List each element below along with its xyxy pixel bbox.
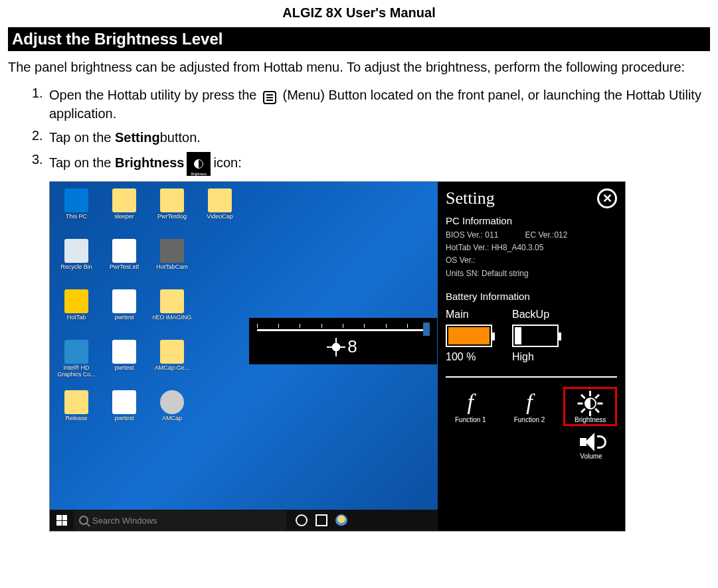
ec-version: EC Ver.:012 bbox=[525, 229, 567, 242]
search-input[interactable]: Search Windows bbox=[74, 510, 286, 530]
start-button[interactable] bbox=[50, 510, 74, 531]
taskview-icon[interactable] bbox=[315, 514, 327, 526]
desktop-icon[interactable]: Intel® HD Graphics Co... bbox=[54, 337, 99, 388]
panel-title: Setting bbox=[446, 188, 495, 208]
close-button[interactable]: ✕ bbox=[597, 188, 617, 208]
menu-button-icon bbox=[263, 91, 276, 104]
brightness-icon bbox=[579, 392, 602, 415]
app-icon bbox=[112, 289, 136, 313]
desktop-icon[interactable]: HotTab bbox=[54, 287, 99, 337]
units-sn: Units SN: Default string bbox=[446, 267, 617, 280]
desktop-icon-label: pwrtest bbox=[114, 415, 134, 422]
app-icon bbox=[64, 289, 88, 313]
battery-info-heading: Battery Information bbox=[446, 291, 617, 302]
cortana-icon[interactable] bbox=[296, 514, 308, 526]
app-icon bbox=[160, 239, 184, 263]
desktop-icon[interactable]: This PC bbox=[54, 186, 99, 236]
brightness-slider[interactable] bbox=[257, 329, 430, 331]
close-icon: ✕ bbox=[602, 191, 612, 206]
desktop-icon-label: Intel® HD Graphics Co... bbox=[55, 365, 98, 378]
app-icon bbox=[64, 390, 88, 414]
desktop-icon[interactable]: VideoCap bbox=[197, 186, 242, 236]
brightness-value: 8 bbox=[347, 336, 357, 357]
desktop-icon[interactable]: Release bbox=[54, 388, 99, 438]
backup-battery: BackUp High bbox=[512, 309, 559, 363]
desktop-icon-label: HotTabCam bbox=[156, 264, 188, 271]
windows-logo-icon bbox=[56, 515, 67, 526]
sun-icon bbox=[329, 340, 343, 354]
hottab-setting-panel: Setting ✕ PC Information BIOS Ver.: 011 … bbox=[438, 182, 625, 531]
step-1: 1. Open the Hottab utility by press the … bbox=[32, 86, 710, 123]
backup-battery-level: High bbox=[512, 351, 534, 363]
desktop-icon-label: PwrTest.etl bbox=[110, 264, 139, 271]
app-icon bbox=[160, 289, 184, 313]
function-icon: f bbox=[526, 390, 532, 415]
desktop-icon-label: Release bbox=[65, 415, 87, 422]
app-icon bbox=[208, 188, 232, 212]
function2-label: Function 2 bbox=[514, 416, 545, 423]
desktop-icon[interactable]: HotTabCam bbox=[149, 236, 195, 287]
pc-info-heading: PC Information bbox=[446, 215, 617, 226]
step-number: 1. bbox=[32, 86, 49, 101]
desktop-icon[interactable]: sleeper bbox=[102, 186, 147, 236]
main-battery-label: Main bbox=[446, 309, 469, 321]
desktop-icon-label: AMCap-Ge... bbox=[155, 365, 190, 372]
brightness-icon: Brightness bbox=[187, 152, 211, 176]
step-number: 3. bbox=[32, 152, 49, 167]
app-icon bbox=[160, 390, 184, 414]
step-bold: Setting bbox=[115, 130, 160, 145]
function2-button[interactable]: f Function 2 bbox=[505, 387, 555, 426]
desktop-icon-label: nEO iMAGING bbox=[152, 315, 191, 321]
desktop-icon[interactable]: AMCap-Ge... bbox=[149, 337, 195, 388]
main-battery-percent: 100 % bbox=[446, 351, 476, 363]
desktop-icon-label: pwrtest bbox=[114, 315, 134, 321]
paint-app-icon[interactable] bbox=[335, 514, 347, 526]
function1-button[interactable]: f Function 1 bbox=[446, 387, 495, 426]
desktop-icon-label: This PC bbox=[66, 214, 87, 220]
intro-paragraph: The panel brightness can be adjusted fro… bbox=[8, 58, 710, 76]
desktop-icon-label: VideoCap bbox=[207, 214, 232, 220]
desktop-icon-label: PwrTestlog bbox=[157, 214, 187, 220]
desktop-icon-label: AMCap bbox=[162, 415, 182, 422]
app-icon bbox=[112, 239, 136, 263]
app-icon bbox=[112, 340, 136, 364]
step-bold: Brightness bbox=[115, 155, 184, 170]
desktop-icon-label: HotTab bbox=[67, 315, 86, 321]
slider-knob[interactable] bbox=[423, 323, 430, 336]
app-icon bbox=[64, 188, 88, 212]
divider bbox=[446, 376, 617, 378]
brightness-button[interactable]: Brightness bbox=[563, 387, 617, 426]
function-icon: f bbox=[468, 390, 474, 415]
function1-label: Function 1 bbox=[455, 416, 486, 423]
step-text: Tap on the bbox=[49, 130, 115, 145]
volume-button[interactable]: Volume bbox=[565, 433, 617, 460]
hottab-version: HotTab Ver.: HH8_A40.3.05 bbox=[446, 242, 617, 254]
battery-icon bbox=[512, 325, 559, 347]
desktop-icon[interactable]: pwrtest bbox=[102, 337, 147, 388]
brightness-label: Brightness bbox=[575, 416, 606, 423]
desktop-icon[interactable]: PwrTest.etl bbox=[102, 236, 147, 287]
section-heading: Adjust the Brightness Level bbox=[8, 27, 710, 51]
step-3: 3. Tap on the BrightnessBrightnessicon: bbox=[32, 152, 710, 176]
windows-desktop[interactable]: This PCsleeperPwrTestlogVideoCapRecycle … bbox=[50, 182, 438, 531]
step-text: Open the Hottab utility by press the bbox=[49, 88, 256, 102]
document-title: ALGIZ 8X User's Manual bbox=[8, 5, 710, 21]
step-2: 2. Tap on the Settingbutton. bbox=[32, 128, 710, 147]
bios-version: BIOS Ver.: 011 bbox=[446, 229, 498, 242]
desktop-icon-label: pwrtest bbox=[114, 365, 134, 372]
search-placeholder: Search Windows bbox=[92, 516, 157, 526]
desktop-icon[interactable]: pwrtest bbox=[102, 287, 147, 337]
desktop-icon[interactable]: AMCap bbox=[149, 388, 195, 438]
desktop-icon[interactable]: PwrTestlog bbox=[149, 186, 195, 236]
os-version: OS Ver.: bbox=[446, 254, 617, 267]
step-number: 2. bbox=[32, 128, 49, 143]
app-icon bbox=[64, 239, 88, 263]
desktop-icon[interactable]: nEO iMAGING bbox=[149, 287, 195, 337]
app-icon bbox=[160, 188, 184, 212]
desktop-icon[interactable]: Recycle Bin bbox=[54, 236, 99, 287]
desktop-icon-label: sleeper bbox=[114, 214, 134, 220]
step-text: button. bbox=[160, 130, 201, 145]
desktop-icon-label: Recycle Bin bbox=[60, 264, 92, 271]
desktop-icon[interactable]: pwrtest bbox=[102, 388, 147, 438]
app-icon bbox=[160, 340, 184, 364]
